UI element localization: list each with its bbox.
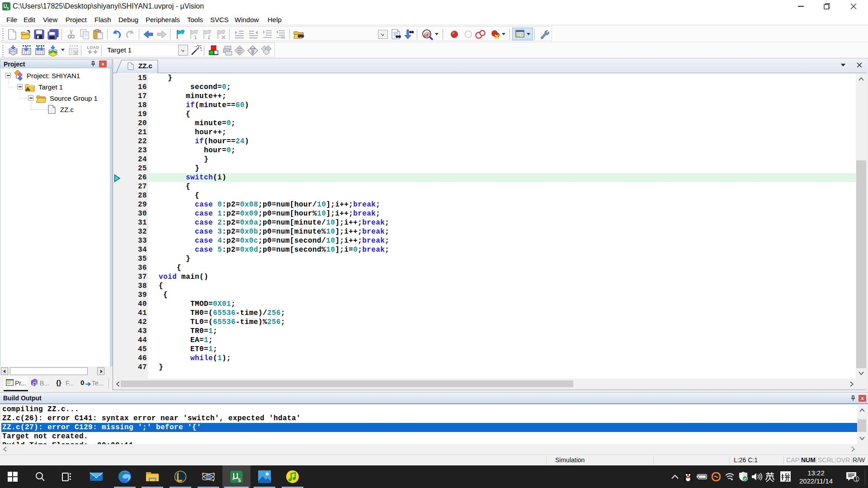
svg-text:?: ? [33,382,36,387]
svg-text:5: 5 [238,478,241,483]
svg-text:1: 1 [855,477,858,482]
svg-text:5: 5 [7,6,9,10]
